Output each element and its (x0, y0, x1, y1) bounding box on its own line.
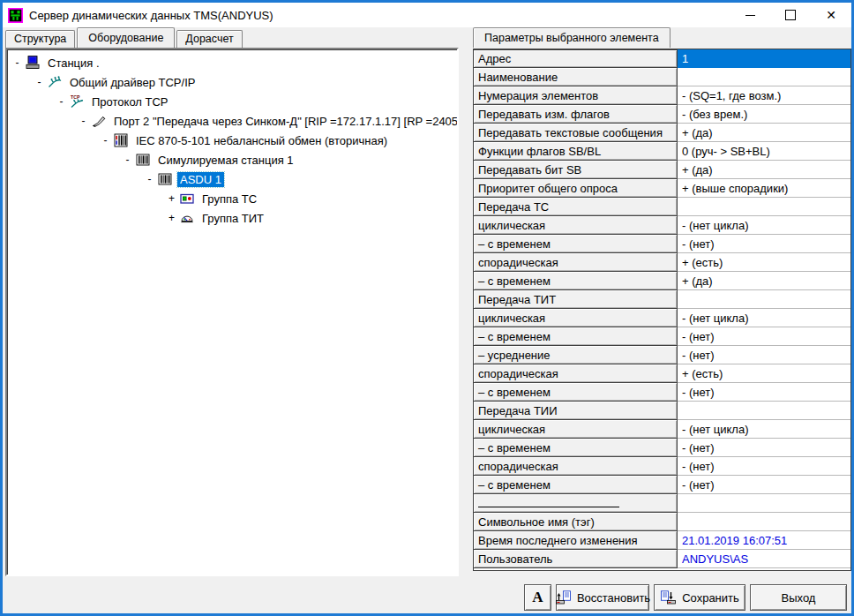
param-value[interactable]: + (да) (678, 124, 850, 142)
restore-button-label: Восстановить (577, 591, 650, 605)
param-value[interactable]: 0 (руч- > SB+BL) (678, 142, 850, 161)
restore-button[interactable]: Восстановить (556, 584, 649, 611)
param-value[interactable] (678, 290, 850, 309)
tree-item-label[interactable]: Группа ТС (199, 192, 259, 207)
tree-item-label[interactable]: Общий драйвер TCP/IP (67, 75, 198, 90)
param-value[interactable]: - (нет) (678, 327, 850, 346)
param-label: Передавать текстовые сообщения (473, 123, 678, 142)
tree-expander-icon[interactable]: + (167, 193, 176, 204)
param-label: – с временем (473, 327, 678, 346)
param-row: – с временем- (нет) (474, 476, 850, 494)
param-value[interactable] (678, 494, 850, 513)
param-label: Символьное имя (тэг) (473, 512, 678, 531)
param-value[interactable]: + (да) (678, 272, 850, 290)
separator-line (478, 507, 619, 507)
tab-дорасчет[interactable]: Дорасчет (176, 30, 242, 48)
param-row: спорадическая- (нет) (474, 457, 850, 476)
tree-expander-icon[interactable]: - (79, 116, 88, 126)
param-label: – усреднение (473, 345, 678, 364)
param-label: Передавать изм. флагов (473, 104, 678, 124)
param-value[interactable]: + (есть) (678, 253, 850, 272)
tab-структура[interactable]: Структура (5, 30, 75, 48)
save-button[interactable]: Сохранить (654, 584, 745, 611)
param-value[interactable]: - (нет) (678, 457, 850, 476)
param-label: – с временем (473, 382, 678, 402)
param-label: Приоритет общего опроса (473, 178, 678, 198)
param-value[interactable]: - (нет цикла) (678, 309, 850, 327)
tree-expander-icon[interactable]: - (56, 96, 66, 107)
param-separator (473, 493, 678, 513)
tree-item-label[interactable]: Станция . (45, 56, 102, 71)
tree-item[interactable]: +Группа ТИТ (7, 208, 457, 228)
tree-item-label[interactable]: Порт 2 "Передача через Синком-Д" [RIP =1… (111, 114, 459, 129)
param-label: спорадическая (473, 456, 678, 476)
tree-item[interactable]: -ASDU 1 (7, 169, 457, 189)
param-label: Функции флагов SB/BL (473, 141, 678, 161)
right-tab-strip: Параметры выбранного элемента (473, 29, 672, 48)
barcode-asdu-icon (157, 172, 173, 186)
param-row: – с временем- (нет) (474, 439, 850, 457)
tree-item-label[interactable]: IEC 870-5-101 небалансный обмен (вторичн… (133, 133, 390, 148)
param-value[interactable]: - (нет цикла) (678, 420, 850, 439)
param-label: Адрес (473, 49, 678, 68)
tree-item[interactable]: -Станция . (7, 53, 457, 72)
tab-active-оборудование[interactable]: Оборудование (77, 27, 175, 48)
param-value[interactable] (678, 68, 850, 86)
param-value[interactable] (678, 198, 850, 216)
param-label: Время последнего изменения (473, 530, 678, 550)
tree-item-label[interactable]: Протокол TCP (89, 94, 171, 109)
param-label: Передача ТИИ (473, 401, 678, 420)
tree-item[interactable]: -Общий драйвер TCP/IP (7, 72, 457, 92)
param-value[interactable]: - (нет) (678, 439, 850, 457)
tab-selected-element-params[interactable]: Параметры выбранного элемента (473, 27, 670, 48)
tree-expander-icon[interactable]: + (167, 213, 176, 223)
tree-item[interactable]: +Группа ТС (7, 189, 457, 208)
window-title: Сервер динамических данных TMS(ANDYUS) (29, 9, 273, 22)
param-value[interactable]: - (нет) (678, 383, 850, 402)
maximize-icon (785, 10, 796, 20)
tree-item[interactable]: -Порт 2 "Передача через Синком-Д" [RIP =… (7, 111, 457, 131)
title-bar: Сервер динамических данных TMS(ANDYUS) ✕ (3, 3, 851, 27)
param-value[interactable]: - (нет) (678, 235, 850, 253)
param-value[interactable]: - (нет цикла) (678, 216, 850, 235)
param-row: Передача ТИИ (474, 402, 850, 420)
param-row: циклическая- (нет цикла) (474, 216, 850, 235)
window-controls: ✕ (730, 3, 851, 27)
param-row: Передача ТИТ (474, 290, 850, 309)
tree-item[interactable]: -IEC 870-5-101 небалансный обмен (вторич… (7, 131, 457, 150)
param-value[interactable]: - (нет) (678, 346, 850, 364)
tree-item-label[interactable]: Группа ТИТ (199, 211, 266, 226)
param-row: – усреднение- (нет) (474, 346, 850, 364)
param-value[interactable]: ANDYUS\AS (678, 550, 850, 568)
tree-item[interactable]: -TCPПротокол TCP (7, 92, 457, 111)
param-label: циклическая (473, 308, 678, 327)
tree-expander-icon[interactable]: - (123, 154, 132, 165)
tree-item-label[interactable]: Симулируемая станция 1 (155, 153, 296, 168)
param-value[interactable] (678, 513, 850, 531)
param-value[interactable]: 1 (678, 49, 850, 68)
port-icon (91, 114, 107, 128)
param-value[interactable]: 21.01.2019 16:07:51 (678, 531, 850, 550)
param-label: Передача ТС (473, 197, 678, 216)
param-label: циклическая (473, 215, 678, 235)
exit-button[interactable]: Выход (750, 584, 847, 611)
minimize-button[interactable] (730, 3, 770, 27)
font-button[interactable]: A (524, 584, 551, 611)
close-button[interactable]: ✕ (811, 3, 851, 27)
param-value[interactable]: + (есть) (678, 364, 850, 383)
tree-item[interactable]: -Симулируемая станция 1 (7, 150, 457, 169)
param-value[interactable]: - (SQ=1, где возм.) (678, 86, 850, 105)
tree-expander-icon[interactable]: - (145, 174, 154, 184)
tree-expander-icon[interactable]: - (101, 135, 110, 146)
maximize-button[interactable] (770, 3, 811, 27)
param-value[interactable]: - (нет) (678, 476, 850, 494)
param-value[interactable]: + (выше спорадики) (678, 179, 850, 198)
tree-expander-icon[interactable]: - (12, 57, 22, 68)
param-row: – с временем- (нет) (474, 235, 850, 253)
param-value[interactable]: - (без врем.) (678, 105, 850, 124)
param-value[interactable] (678, 402, 850, 420)
tree-item-label[interactable]: ASDU 1 (177, 172, 224, 187)
param-value[interactable]: + (да) (678, 161, 850, 179)
minimize-icon (745, 15, 755, 16)
tree-expander-icon[interactable]: - (34, 77, 44, 87)
